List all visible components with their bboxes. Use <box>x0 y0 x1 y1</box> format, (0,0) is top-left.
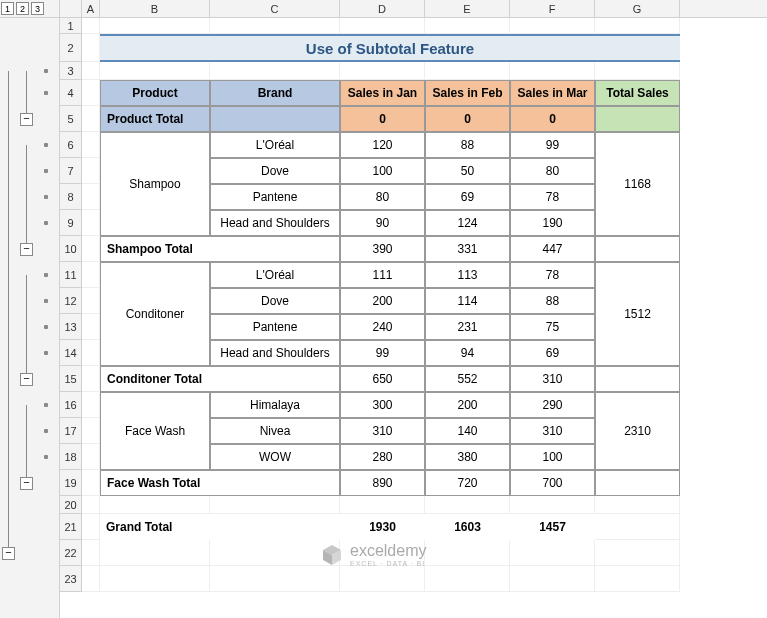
row-header-9[interactable]: 9 <box>60 210 82 236</box>
outline-dot <box>44 143 48 147</box>
row-header-5[interactable]: 5 <box>60 106 82 132</box>
column-header-E[interactable]: E <box>425 0 510 17</box>
row-header-10[interactable]: 10 <box>60 236 82 262</box>
logo-subtitle: EXCEL · DATA · BI <box>350 560 426 567</box>
feb-cell: 69 <box>425 184 510 210</box>
outline-level-buttons: 1 2 3 <box>0 0 59 18</box>
mar-cell: 310 <box>510 418 595 444</box>
row-header-20[interactable]: 20 <box>60 496 82 514</box>
outline-dot <box>44 221 48 225</box>
product-total-feb: 0 <box>425 106 510 132</box>
cube-icon <box>320 543 344 567</box>
jan-cell: 120 <box>340 132 425 158</box>
row-header-14[interactable]: 14 <box>60 340 82 366</box>
jan-cell: 310 <box>340 418 425 444</box>
row-header-15[interactable]: 15 <box>60 366 82 392</box>
outline-collapse-all[interactable]: − <box>2 547 15 560</box>
outline-dot <box>44 455 48 459</box>
jan-cell: 100 <box>340 158 425 184</box>
subtotal-feb-2: 720 <box>425 470 510 496</box>
row-header-16[interactable]: 16 <box>60 392 82 418</box>
mar-cell: 190 <box>510 210 595 236</box>
feb-cell: 50 <box>425 158 510 184</box>
jan-cell: 280 <box>340 444 425 470</box>
row-header-13[interactable]: 13 <box>60 314 82 340</box>
jan-cell: 111 <box>340 262 425 288</box>
product-name-0: Shampoo <box>100 132 210 236</box>
jan-cell: 80 <box>340 184 425 210</box>
product-name-2: Face Wash <box>100 392 210 470</box>
subtotal-label-2: Face Wash Total <box>100 470 340 496</box>
feb-cell: 380 <box>425 444 510 470</box>
row-header-6[interactable]: 6 <box>60 132 82 158</box>
row-header-22[interactable]: 22 <box>60 540 82 566</box>
header-feb: Sales in Feb <box>425 80 510 106</box>
product-total-mar: 0 <box>510 106 595 132</box>
row-header-18[interactable]: 18 <box>60 444 82 470</box>
exceldemy-logo: exceldemyEXCEL · DATA · BI <box>320 542 426 567</box>
column-header-G[interactable]: G <box>595 0 680 17</box>
jan-cell: 200 <box>340 288 425 314</box>
column-header-F[interactable]: F <box>510 0 595 17</box>
brand-cell: Pantene <box>210 184 340 210</box>
product-total-brand <box>210 106 340 132</box>
subtotal-feb-1: 552 <box>425 366 510 392</box>
mar-cell: 290 <box>510 392 595 418</box>
outline-dot <box>44 273 48 277</box>
row-header-12[interactable]: 12 <box>60 288 82 314</box>
subtotal-mar-0: 447 <box>510 236 595 262</box>
subtotal-feb-0: 331 <box>425 236 510 262</box>
column-header-C[interactable]: C <box>210 0 340 17</box>
outline-collapse-group-3[interactable]: − <box>20 477 33 490</box>
row-header-23[interactable]: 23 <box>60 566 82 592</box>
outline-level-2[interactable]: 2 <box>16 2 29 15</box>
column-header-D[interactable]: D <box>340 0 425 17</box>
row-header-8[interactable]: 8 <box>60 184 82 210</box>
brand-cell: Dove <box>210 288 340 314</box>
outline-level-1[interactable]: 1 <box>1 2 14 15</box>
row-header-2[interactable]: 2 <box>60 34 82 62</box>
brand-cell: WOW <box>210 444 340 470</box>
feb-cell: 231 <box>425 314 510 340</box>
row-header-4[interactable]: 4 <box>60 80 82 106</box>
header-mar: Sales in Mar <box>510 80 595 106</box>
grand-total-label: Grand Total <box>100 514 340 540</box>
brand-cell: Dove <box>210 158 340 184</box>
header-jan: Sales in Jan <box>340 80 425 106</box>
logo-text: exceldemy <box>350 542 426 560</box>
header-product: Product <box>100 80 210 106</box>
grand-total-mar: 1457 <box>510 514 595 540</box>
column-header-A[interactable]: A <box>82 0 100 17</box>
mar-cell: 100 <box>510 444 595 470</box>
outline-collapse-group-0[interactable]: − <box>20 113 33 126</box>
subtotal-label-0: Shampoo Total <box>100 236 340 262</box>
feb-cell: 124 <box>425 210 510 236</box>
outline-dot <box>44 195 48 199</box>
row-header-1[interactable]: 1 <box>60 18 82 34</box>
column-header-B[interactable]: B <box>100 0 210 17</box>
outline-collapse-group-2[interactable]: − <box>20 373 33 386</box>
outline-collapse-group-1[interactable]: − <box>20 243 33 256</box>
feb-cell: 140 <box>425 418 510 444</box>
row-header-19[interactable]: 19 <box>60 470 82 496</box>
jan-cell: 99 <box>340 340 425 366</box>
group-total-2: 2310 <box>595 392 680 470</box>
subtotal-total-0 <box>595 236 680 262</box>
feb-cell: 114 <box>425 288 510 314</box>
subtotal-mar-2: 700 <box>510 470 595 496</box>
outline-level-3[interactable]: 3 <box>31 2 44 15</box>
brand-cell: L'Oréal <box>210 262 340 288</box>
jan-cell: 240 <box>340 314 425 340</box>
outline-dot <box>44 69 48 73</box>
row-header-7[interactable]: 7 <box>60 158 82 184</box>
group-total-1: 1512 <box>595 262 680 366</box>
mar-cell: 75 <box>510 314 595 340</box>
row-header-11[interactable]: 11 <box>60 262 82 288</box>
outline-dot <box>44 429 48 433</box>
column-header-rowcol[interactable] <box>60 0 82 17</box>
row-header-17[interactable]: 17 <box>60 418 82 444</box>
column-headers: ABCDEFG <box>60 0 767 18</box>
outline-dot <box>44 351 48 355</box>
row-header-21[interactable]: 21 <box>60 514 82 540</box>
row-header-3[interactable]: 3 <box>60 62 82 80</box>
